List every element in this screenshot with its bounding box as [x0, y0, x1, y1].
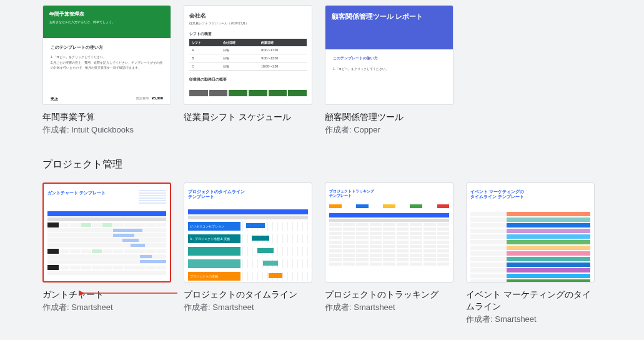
- thumb-event-marketing: イベント マーケティングの タイムライン テンプレート: [466, 182, 595, 282]
- template-card-gantt-chart[interactable]: ガントチャート テンプレート ガントチャート 作成者: Smartsheet: [42, 182, 171, 325]
- section-heading-project-management: プロジェクト管理: [7, 144, 637, 178]
- thumb-budget-foot-label2: 固定費用: [136, 96, 149, 100]
- template-title: 顧客関係管理ツール: [325, 111, 453, 123]
- template-title: プロジェクトのトラッキング: [325, 289, 453, 301]
- thumb-budget-body-line1: 1.「コピー」をクリックしてください。: [51, 54, 163, 60]
- template-row-2: ガントチャート テンプレート ガントチャート 作成者: Smartsheet プ…: [7, 178, 637, 334]
- thumb-annual-budget: 年間予算管理表 お好きなセルに入力するだけ、簡単でしょう。 このテンプレートの使…: [42, 5, 171, 105]
- thumb-project-tracking: プロジェクトトラッキング テンプレート: [325, 182, 453, 282]
- thumb-budget-body-line2: 2.月ごとの実際の売上、費用、経費を記入してください。テンプレートがその他の計算…: [51, 60, 163, 71]
- template-card-shift-schedule[interactable]: 会社名 従業員シフト スケジュール（2020年1月） シフトの概要 シフト 会社…: [184, 5, 312, 136]
- thumb-crm-body-line: 1.「コピー」をクリックしてください。: [333, 66, 445, 72]
- template-card-project-tracking[interactable]: プロジェクトトラッキング テンプレート プロジェクトのトラッキング 作成者: S…: [325, 182, 453, 325]
- template-author: 作成者: Smartsheet: [466, 314, 595, 325]
- template-author: 作成者: Intuit Quickbooks: [42, 124, 171, 136]
- thumb-ptl-title: プロジェクトのタイムライン テンプレート: [188, 189, 308, 199]
- template-author: 作成者: Copper: [325, 124, 453, 136]
- template-title: 年間事業予算: [42, 111, 171, 123]
- thumb-gantt-meta: [139, 190, 166, 204]
- template-card-annual-budget[interactable]: 年間予算管理表 お好きなセルに入力するだけ、簡単でしょう。 このテンプレートの使…: [42, 5, 171, 136]
- thumb-shift-table: シフト 会社日時 終業日時 A日報8:00〜17:00 B日報9:00〜13:0…: [189, 39, 307, 71]
- thumb-project-timeline: プロジェクトのタイムライン テンプレート ビジネスコンセプションA - プロジェ…: [184, 182, 312, 282]
- thumb-budget-head2: お好きなセルに入力するだけ、簡単でしょう。: [49, 20, 164, 24]
- thumb-shift-sec2: 従業員の勤務日の概要: [189, 77, 307, 82]
- thumb-crm: 顧客関係管理ツール レポート このテンプレートの使い方 1.「コピー」をクリック…: [325, 5, 453, 105]
- thumb-trk-title: プロジェクトトラッキング テンプレート: [329, 189, 449, 198]
- template-author: 作成者: Smartsheet: [42, 302, 171, 313]
- thumb-shift-barrow: [189, 90, 307, 96]
- template-author: 作成者: Smartsheet: [184, 302, 312, 313]
- template-title: プロジェクトのタイムライン: [184, 289, 312, 301]
- thumb-budget-head1: 年間予算管理表: [49, 11, 164, 18]
- thumb-gantt-chart: ガントチャート テンプレート: [42, 182, 171, 282]
- thumb-budget-body-title: このテンプレートの使い方: [51, 44, 163, 51]
- thumb-budget-foot-label1: 売上: [51, 96, 58, 102]
- thumb-shift-schedule: 会社名 従業員シフト スケジュール（2020年1月） シフトの概要 シフト 会社…: [184, 5, 312, 105]
- thumb-ptl-rows: ビジネスコンセプションA - プロジェクト構想 & 実施プロジェクトの定義プロジ…: [188, 221, 308, 282]
- thumb-budget-foot-value: ¥5,000: [152, 96, 163, 100]
- thumb-shift-head1: 会社名: [189, 12, 307, 20]
- template-card-project-timeline[interactable]: プロジェクトのタイムライン テンプレート ビジネスコンセプションA - プロジェ…: [184, 182, 312, 325]
- thumb-crm-body-title: このテンプレートの使い方: [333, 56, 445, 61]
- thumb-crm-head1: 顧客関係管理ツール レポート: [332, 12, 447, 21]
- template-title: 従業員シフト スケジュール: [184, 111, 312, 123]
- template-author: 作成者: Smartsheet: [325, 302, 453, 313]
- template-title: イベント マーケティングのタイムライン: [466, 289, 595, 312]
- template-card-crm[interactable]: 顧客関係管理ツール レポート このテンプレートの使い方 1.「コピー」をクリック…: [325, 5, 453, 136]
- thumb-shift-sec1: シフトの概要: [189, 31, 307, 37]
- template-row-1: 年間予算管理表 お好きなセルに入力するだけ、簡単でしょう。 このテンプレートの使…: [7, 0, 637, 144]
- template-title: ガントチャート: [42, 289, 171, 301]
- template-card-event-marketing-timeline[interactable]: イベント マーケティングの タイムライン テンプレート イベント マーケティング…: [466, 182, 595, 325]
- thumb-em-title: イベント マーケティングの タイムライン テンプレート: [470, 189, 590, 199]
- thumb-shift-head2: 従業員シフト スケジュール（2020年1月）: [189, 21, 307, 25]
